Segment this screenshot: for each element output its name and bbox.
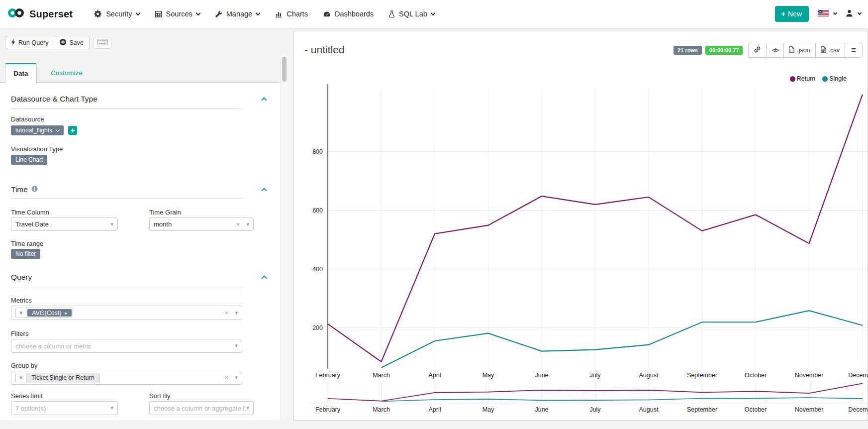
panel-scrollbar[interactable] [280,55,288,420]
main-line-chart[interactable]: 200400600800FebruaryMarchAprilMayJuneJul… [294,75,868,386]
groupby-select[interactable]: × Ticket Single or Return × ▾ [11,371,242,385]
share-link-button[interactable] [748,43,767,58]
export-csv-label: .csv [829,47,840,54]
sort-by-select[interactable]: choose a column or aggregate f... ▾ [149,401,254,415]
svg-text:June: June [535,372,548,379]
collapse-caret-icon[interactable] [261,188,267,193]
remove-groupby-icon[interactable]: × [16,373,26,383]
superset-brand[interactable]: Superset [7,7,73,21]
export-json-button[interactable]: .json [783,43,815,58]
series-limit-select[interactable]: 7 option(s) ▾ [11,401,118,415]
nav-item-sources[interactable]: Sources [147,0,207,28]
user-menu[interactable] [846,9,861,19]
svg-text:200: 200 [312,324,323,331]
time-grain-label: Time Grain [149,209,181,216]
tab-customize[interactable]: Customize [37,63,96,83]
clear-icon[interactable]: × [224,309,228,317]
svg-text:July: July [589,406,601,413]
svg-text:March: March [373,372,390,379]
time-grain-select[interactable]: month × ▾ [149,217,254,231]
time-column-value: Travel Date [15,220,49,228]
link-icon [754,46,761,55]
metrics-label: Metrics [11,297,32,304]
datasource-value-chip[interactable]: tutorial_flights [11,125,64,135]
keyboard-shortcuts-button[interactable] [94,37,111,49]
context-brush-chart[interactable]: FebruaryMarchAprilMayJuneJulyAugustSepte… [294,380,868,420]
svg-text:November: November [795,406,824,413]
bar-chart-icon [275,10,283,18]
add-datasource-button[interactable]: + [68,126,77,135]
nav-item-dashboards[interactable]: Dashboards [315,0,381,28]
new-button[interactable]: + New [775,6,809,22]
time-grain-value: month [154,220,172,228]
sort-by-placeholder: choose a column or aggregate f... [154,405,250,412]
metrics-select[interactable]: × AVG(Cost) ▸ × ▾ [11,306,242,320]
language-selector[interactable] [818,9,837,18]
explore-control-panel: Run Query Save Data Customize [0,28,280,429]
svg-text:June: June [535,406,548,413]
chevron-down-icon [858,11,862,15]
svg-text:August: August [639,372,659,379]
single-line [382,311,863,367]
chevron-down-icon [430,10,435,15]
cogs-icon [94,10,102,18]
section-divider [11,288,242,288]
nav-item-charts[interactable]: Charts [267,0,315,28]
filters-label: Filters [11,330,28,337]
svg-text:March: March [373,406,390,413]
time-range-chip[interactable]: No filter [11,249,40,259]
time-title: Time [11,185,28,194]
svg-text:April: April [428,372,441,379]
caret-down-icon: ▾ [235,342,238,349]
clear-icon[interactable]: × [224,374,228,381]
nav-item-sql-lab[interactable]: SQL Lab [381,0,442,28]
caret-down-icon: ▾ [235,310,238,316]
nav-label: Dashboards [335,10,374,18]
file-csv-icon [821,46,826,54]
run-query-button[interactable]: Run Query [5,36,54,49]
clear-icon[interactable]: × [236,220,240,228]
nav-item-manage[interactable]: Manage [207,0,267,28]
chart-menu-button[interactable]: ≡ [845,43,863,58]
section-title-query: Query [11,273,32,282]
svg-text:600: 600 [312,207,323,214]
file-json-icon [789,46,794,54]
filters-select[interactable]: choose a column or metric ▾ [11,339,242,353]
viz-type-chip[interactable]: Line Chart [11,155,47,165]
collapse-caret-icon[interactable] [261,275,267,281]
export-button-group: </> .json .csv ≡ [748,43,863,58]
svg-text:August: August [639,406,659,413]
scrollbar-thumb[interactable] [282,57,287,82]
time-column-select[interactable]: Travel Date ▾ [11,217,118,231]
top-navbar: Superset Security Sources Manage Charts … [0,0,868,28]
chart-title[interactable]: - untitled [304,44,345,56]
nav-label: Charts [287,10,308,18]
plus-icon: + [781,9,785,18]
tab-data[interactable]: Data [5,63,37,83]
svg-text:800: 800 [312,148,323,155]
nav-label: Sources [166,10,193,18]
embed-code-button[interactable]: </> [766,43,784,58]
user-icon [846,9,853,19]
svg-text:February: February [315,406,341,413]
query-toolbar: Run Query Save [5,36,111,49]
svg-text:May: May [482,372,494,379]
single-mini-line [382,398,863,402]
metric-chip[interactable]: × AVG(Cost) ▸ [15,308,73,318]
groupby-chip[interactable]: × Ticket Single or Return [15,373,100,383]
svg-text:December: December [848,372,868,379]
hamburger-icon: ≡ [851,45,856,55]
save-button[interactable]: Save [54,36,90,49]
gauge-icon [323,10,331,18]
collapse-caret-icon[interactable] [261,97,267,103]
caret-down-icon: ▾ [235,374,238,381]
export-csv-button[interactable]: .csv [815,43,845,58]
section-title-datasource: Datasource & Chart Type [11,95,97,104]
caret-down-icon: ▾ [110,221,113,227]
panel-tabs: Data Customize [5,63,96,83]
svg-text:September: September [687,372,717,379]
nav-item-security[interactable]: Security [87,0,147,28]
remove-metric-icon[interactable]: × [16,308,26,318]
caret-down-icon: ▾ [246,221,249,227]
save-label: Save [69,39,84,46]
